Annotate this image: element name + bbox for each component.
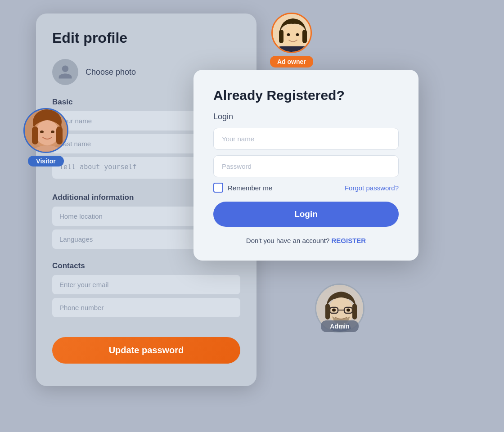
svg-point-24 bbox=[332, 309, 336, 312]
svg-point-11 bbox=[282, 25, 304, 48]
visitor-avatar-image bbox=[25, 109, 68, 153]
svg-point-8 bbox=[51, 130, 54, 133]
login-name-input[interactable] bbox=[213, 128, 399, 150]
forgot-password-link[interactable]: Forgot password? bbox=[345, 184, 399, 192]
avatar-placeholder bbox=[52, 59, 78, 85]
register-row: Don't you have an account? REGISTER bbox=[213, 237, 399, 244]
login-password-input[interactable] bbox=[213, 155, 399, 177]
admin-label: Admin bbox=[321, 320, 359, 332]
svg-rect-13 bbox=[302, 30, 307, 43]
person-icon bbox=[57, 64, 73, 80]
remember-me-label: Remember me bbox=[228, 184, 272, 192]
svg-point-4 bbox=[36, 120, 59, 145]
email-input[interactable] bbox=[52, 275, 240, 294]
remember-left: Remember me bbox=[213, 183, 272, 193]
update-password-button[interactable]: Update password bbox=[52, 337, 240, 364]
svg-rect-16 bbox=[277, 46, 309, 53]
modal-title: Already Registered? bbox=[213, 88, 399, 103]
choose-photo-label[interactable]: Choose photo bbox=[86, 68, 136, 77]
svg-point-14 bbox=[287, 33, 290, 36]
login-button[interactable]: Login bbox=[213, 202, 399, 227]
svg-point-7 bbox=[40, 130, 44, 133]
svg-rect-5 bbox=[32, 126, 38, 144]
ad-owner-badge: Ad owner bbox=[270, 13, 313, 68]
ad-owner-avatar-image bbox=[273, 14, 312, 53]
remember-me-checkbox[interactable] bbox=[213, 183, 223, 193]
ad-owner-label: Ad owner bbox=[270, 56, 313, 68]
svg-rect-6 bbox=[56, 126, 63, 144]
register-link[interactable]: REGISTER bbox=[331, 237, 366, 244]
contacts-label: Contacts bbox=[52, 261, 240, 270]
remember-row: Remember me Forgot password? bbox=[213, 183, 399, 193]
svg-rect-26 bbox=[325, 304, 330, 320]
svg-point-25 bbox=[346, 309, 350, 312]
visitor-label: Visitor bbox=[28, 156, 63, 166]
contacts-section: Contacts bbox=[52, 261, 240, 321]
svg-point-15 bbox=[296, 33, 299, 36]
edit-profile-title: Edit profile bbox=[52, 30, 240, 46]
register-prompt: Don't you have an account? bbox=[246, 237, 330, 244]
visitor-avatar bbox=[23, 108, 68, 153]
login-label: Login bbox=[213, 112, 399, 122]
visitor-badge: Visitor bbox=[23, 108, 68, 166]
svg-rect-27 bbox=[352, 304, 357, 320]
ad-owner-avatar bbox=[271, 13, 312, 53]
login-modal: Already Registered? Login Remember me Fo… bbox=[194, 70, 418, 261]
admin-badge: Admin bbox=[315, 284, 364, 332]
svg-rect-12 bbox=[279, 30, 284, 43]
phone-input[interactable] bbox=[52, 298, 240, 317]
